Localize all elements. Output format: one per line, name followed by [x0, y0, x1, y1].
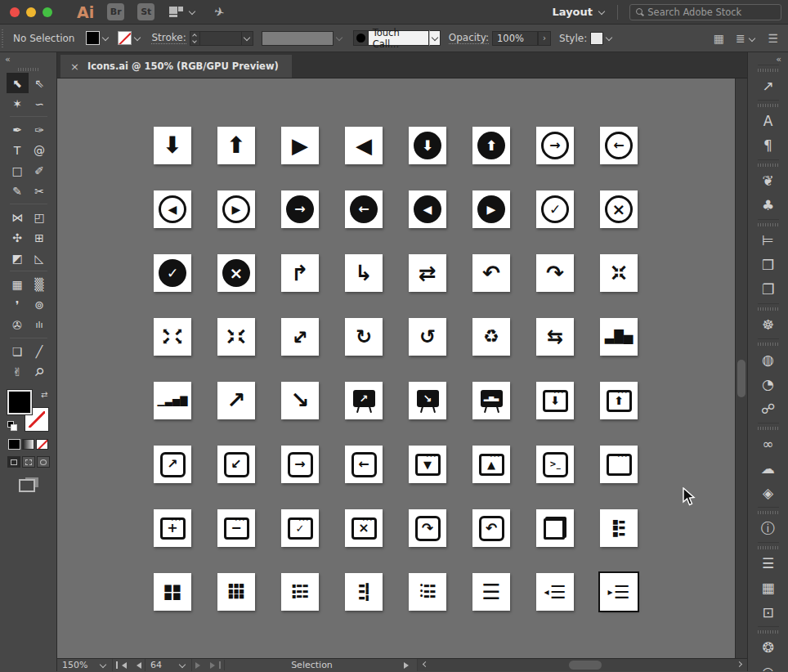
shape-builder-tool[interactable]: ◩ [7, 248, 29, 268]
eyedropper-tool[interactable]: ❜ [7, 294, 29, 315]
artboard-number-dropdown[interactable]: 64 [145, 659, 192, 671]
appearance-icon[interactable]: ☸ [758, 312, 779, 337]
brushes-icon[interactable]: ❦ [758, 168, 779, 193]
default-swatches-icon[interactable] [7, 421, 17, 431]
spiral-tool[interactable]: @ [29, 140, 51, 160]
free-transform-tool[interactable]: ◰ [29, 207, 51, 227]
color-icon[interactable]: ❂ [758, 635, 779, 660]
first-artboard-button[interactable] [116, 661, 127, 669]
icon-tile-circle-arrow-left[interactable]: ← [345, 190, 383, 228]
stroke-color-dropdown[interactable] [132, 31, 143, 45]
align-icon[interactable]: ⊨ [758, 228, 779, 253]
scissors-tool[interactable]: ✂ [29, 181, 51, 201]
icon-tile-bar-chart[interactable]: ▃█▅ [600, 318, 638, 356]
stroke-color-swatch[interactable] [118, 31, 132, 45]
icon-tile-circle-play-right-outline[interactable]: ▶ [217, 190, 255, 228]
icon-tile-window-dropdown[interactable]: ▼ [409, 446, 446, 483]
icon-tile-detail-list[interactable]: ◼▬◼▬◼▬ [600, 509, 638, 547]
panel-grip[interactable] [758, 343, 779, 346]
type-tool[interactable]: T [7, 140, 29, 160]
icon-tile-sign-out-left[interactable]: ← [345, 446, 383, 483]
artboard-tool[interactable]: ⊞ [29, 227, 51, 248]
icon-tile-signal-bars[interactable]: ▁▃▅▇ [154, 382, 191, 419]
brush-definition[interactable]: Touch Call... [353, 30, 441, 46]
icon-tile-swap-horizontal[interactable]: ⇄ [409, 254, 446, 292]
icon-tile-collapse-to-center[interactable]: ⬊ ⬋⬈ ⬉ [217, 318, 255, 356]
variable-width-profile[interactable] [262, 31, 334, 46]
selection-tool[interactable]: ⬉ [7, 73, 29, 93]
links-icon[interactable]: ∞ [758, 432, 779, 456]
fill-color-dropdown[interactable] [100, 31, 111, 45]
horizontal-scrollbar-thumb[interactable] [569, 661, 602, 670]
pathfinder-icon[interactable]: ❒ [758, 253, 779, 277]
stock-button[interactable]: St [137, 3, 154, 20]
fill-color-swatch[interactable] [86, 31, 100, 45]
mesh-tool[interactable]: ▦ [7, 274, 29, 294]
panel-grip[interactable] [758, 546, 779, 549]
icon-tile-bullet-list[interactable]: •▬▬•▬▬•▬▬ [409, 573, 446, 611]
icon-tile-sign-in-right[interactable]: → [281, 446, 319, 483]
icon-tile-box-arrow-up-right[interactable]: ↗ [154, 446, 191, 483]
panel-grip[interactable] [758, 69, 779, 72]
icon-tile-grid-3x3[interactable]: ◼◼◼◼◼◼◼◼◼ [217, 573, 255, 611]
fill-proxy-swatch[interactable] [7, 390, 32, 414]
icon-tile-repeat-loop[interactable]: ⇆ [536, 318, 574, 356]
icon-tile-expand-arrows[interactable]: ⬉ ⬈⬋ ⬊ [154, 318, 191, 356]
icon-tile-window-plus[interactable]: + [154, 509, 191, 547]
shapes-tool[interactable]: ⊚ [29, 294, 51, 315]
brush-dropdown[interactable] [429, 30, 441, 46]
panel-menu-icon[interactable]: ☰ [768, 32, 778, 45]
close-tab-icon[interactable]: × [70, 60, 79, 73]
workspace-grid-icon[interactable]: ▦ [714, 32, 724, 45]
info-icon[interactable]: ⓘ [758, 516, 779, 540]
document-tab[interactable]: × Icons.ai @ 150% (RGB/GPU Preview) [60, 55, 292, 78]
icon-tile-circle-x-outline[interactable]: × [600, 190, 638, 228]
vertical-scrollbar-thumb[interactable] [737, 360, 745, 397]
icon-tile-window-minus[interactable]: − [217, 509, 255, 547]
icon-tile-circle-play-left-outline[interactable]: ◀ [154, 190, 191, 228]
gradient-tool[interactable]: ▒ [29, 274, 51, 294]
icon-tile-circle-arrow-left-outline[interactable]: ← [600, 127, 638, 164]
icon-tile-corner-arrow-down[interactable]: ↳ [345, 254, 383, 292]
stroke-label[interactable]: Stroke: [151, 32, 186, 44]
cc-libraries-icon[interactable]: ☁ [758, 456, 779, 481]
slice-tool[interactable]: ❏ [7, 341, 29, 361]
direct-selection-tool[interactable]: ⇖ [29, 73, 51, 93]
icon-tile-circle-play-left[interactable]: ◀ [409, 190, 446, 228]
color-button[interactable] [8, 439, 20, 450]
swap-fill-stroke-icon[interactable]: ⇄ [41, 390, 47, 399]
status-display[interactable]: Selection [224, 660, 399, 670]
icon-tile-indent-left[interactable]: ◂☰ [536, 573, 574, 611]
stroke-weight-field[interactable] [199, 31, 242, 46]
artboards-icon[interactable]: ▦ [758, 576, 779, 600]
magic-wand-tool[interactable]: ✶ [7, 93, 29, 114]
collapse-tools-icon[interactable]: « [0, 52, 16, 65]
icon-tile-circle-arrow-right[interactable]: → [281, 190, 319, 228]
paragraph-icon[interactable]: ¶ [758, 133, 779, 158]
opacity-field[interactable]: 100% [492, 31, 538, 46]
scroll-right-icon[interactable] [737, 661, 742, 667]
maximize-window-button[interactable] [43, 7, 52, 17]
profile-dropdown[interactable] [334, 31, 345, 45]
icon-tile-share-box[interactable]: ↷ [409, 509, 446, 547]
icon-tile-diagonal-resize[interactable]: ↔ [281, 318, 319, 356]
next-artboard-button[interactable] [195, 662, 204, 669]
panel-grip[interactable] [758, 427, 779, 430]
symbols-icon[interactable]: ♣ [758, 193, 779, 217]
horizontal-scrollbar[interactable] [417, 659, 747, 671]
icon-tile-easel-bar-chart[interactable]: ▂▅▃ [472, 382, 510, 419]
panel-grip[interactable] [758, 307, 779, 311]
icon-tile-grid-2x2[interactable]: ◼◼◼◼ [154, 573, 191, 611]
puppet-warp-tool[interactable]: ✣ [7, 227, 29, 248]
asset-export-icon[interactable]: ⊡ [758, 600, 779, 625]
style-dropdown[interactable] [603, 31, 615, 45]
character-icon[interactable]: A [758, 109, 779, 133]
pencil-tool[interactable]: ✎ [7, 181, 29, 201]
gradient-button[interactable] [22, 439, 34, 450]
gradient-fan-icon[interactable]: ◔ [758, 372, 779, 396]
dock-control[interactable]: ≣ [736, 32, 757, 45]
icon-tile-window-x[interactable]: × [345, 509, 383, 547]
icon-tile-window-collapse[interactable]: ▲ [472, 446, 510, 483]
opacity-label[interactable]: Opacity: [449, 32, 489, 44]
icon-tile-circle-check[interactable]: ✓ [154, 254, 191, 292]
